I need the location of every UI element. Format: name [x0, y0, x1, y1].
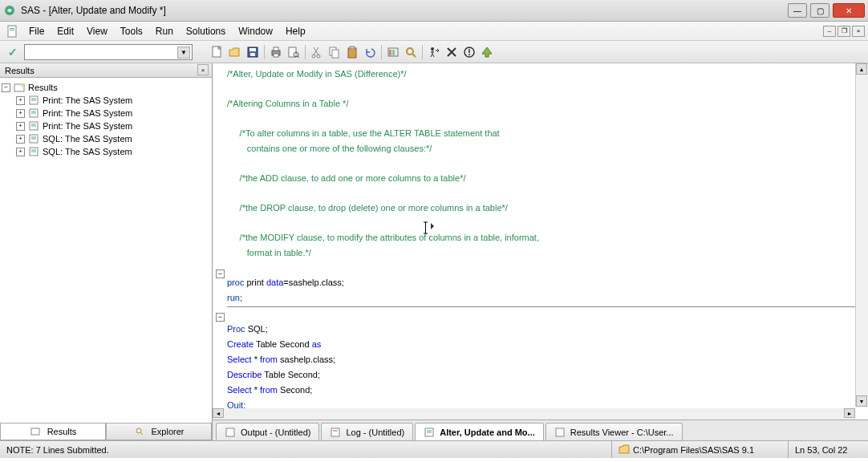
results-tab-icon — [30, 426, 41, 437]
code-text: print — [244, 278, 266, 287]
submit-icon[interactable] — [425, 43, 443, 61]
menu-solutions[interactable]: Solutions — [180, 23, 232, 39]
print-icon[interactable] — [267, 43, 285, 61]
tree-item[interactable]: +Print: The SAS System — [2, 120, 210, 132]
tree-item[interactable]: +Print: The SAS System — [2, 107, 210, 120]
copy-icon[interactable] — [326, 43, 343, 61]
menu-edit[interactable]: Edit — [51, 23, 80, 39]
scroll-up-button[interactable]: ▲ — [856, 63, 867, 75]
fold-toggle[interactable]: − — [216, 270, 225, 278]
cut-icon[interactable] — [308, 43, 326, 61]
code-text: Second; — [288, 370, 320, 379]
clear-icon[interactable] — [443, 43, 460, 61]
menu-help[interactable]: Help — [279, 23, 312, 39]
code-kw: Proc — [227, 324, 245, 334]
results-root-icon — [14, 82, 25, 93]
new-icon[interactable] — [209, 43, 226, 61]
tab-label: Explorer — [152, 427, 185, 436]
tab-results[interactable]: Results — [0, 424, 106, 440]
print-result-icon — [28, 95, 39, 106]
scroll-down-button[interactable]: ▼ — [856, 395, 867, 407]
command-combo[interactable] — [24, 44, 193, 60]
library-icon[interactable] — [384, 43, 402, 61]
horizontal-scrollbar[interactable]: ◄ ► — [213, 408, 855, 419]
expand-icon[interactable]: + — [16, 122, 25, 131]
status-position: Ln 53, Col 22 — [788, 441, 868, 458]
undo-icon[interactable] — [361, 43, 379, 61]
window-titlebar: SAS - [Alter, Update and Modify *] — ▢ ✕ — [0, 0, 868, 22]
code-kw: Select — [227, 355, 252, 364]
code-line: /*the ADD clause, to add one or more col… — [240, 173, 466, 183]
svg-rect-3 — [10, 30, 14, 30]
scroll-right-button[interactable]: ► — [844, 408, 855, 418]
tree-root-label: Results — [28, 83, 58, 92]
svg-rect-9 — [274, 47, 278, 51]
tab-output[interactable]: Output - (Untitled) — [216, 423, 319, 440]
help-icon[interactable] — [478, 43, 496, 61]
mdi-minimize-button[interactable]: – — [823, 26, 836, 37]
tree-item-label: Print: The SAS System — [43, 95, 132, 105]
open-icon[interactable] — [226, 43, 244, 61]
code-content[interactable]: /*Alter, Update or Modify in SAS (Differ… — [213, 63, 868, 416]
save-icon[interactable] — [244, 43, 262, 61]
code-text: sashelp.class; — [278, 355, 335, 364]
menu-view[interactable]: View — [80, 23, 114, 39]
menu-tools[interactable]: Tools — [114, 23, 149, 39]
code-kw: from — [260, 385, 278, 395]
code-area[interactable]: /*Alter, Update or Modify in SAS (Differ… — [213, 63, 868, 419]
fold-toggle[interactable]: − — [216, 313, 225, 322]
tab-label: Results Viewer - C:\User... — [570, 428, 674, 437]
scroll-left-button[interactable]: ◄ — [213, 408, 224, 418]
tree-item[interactable]: +Print: The SAS System — [2, 94, 210, 107]
menu-window[interactable]: Window — [232, 23, 279, 39]
panel-close-button[interactable]: × — [197, 64, 209, 75]
maximize-button[interactable]: ▢ — [810, 3, 829, 18]
tree-item[interactable]: +SQL: The SAS System — [2, 145, 210, 158]
doc-icon — [6, 25, 19, 38]
code-line: /*To alter columns in a table, use the A… — [240, 128, 500, 138]
tab-log[interactable]: Log - (Untitled) — [321, 423, 413, 440]
expand-icon[interactable]: + — [16, 96, 25, 105]
tab-label: Log - (Untitled) — [346, 428, 404, 437]
svg-rect-10 — [274, 54, 278, 57]
menu-file[interactable]: File — [22, 23, 51, 39]
svg-rect-6 — [249, 48, 256, 51]
tree-item[interactable]: +SQL: The SAS System — [2, 132, 210, 145]
code-kw: data — [266, 278, 283, 287]
expand-icon[interactable]: + — [16, 148, 25, 156]
expand-icon[interactable]: + — [16, 135, 25, 144]
minimize-button[interactable]: — — [788, 3, 807, 18]
svg-point-28 — [468, 54, 470, 55]
print-preview-icon[interactable] — [285, 43, 302, 61]
svg-rect-17 — [332, 50, 339, 58]
code-kw: run; — [227, 293, 242, 302]
mdi-close-button[interactable]: × — [852, 26, 865, 37]
break-icon[interactable] — [460, 43, 478, 61]
svg-line-13 — [298, 56, 299, 58]
tree-root-results[interactable]: − Results — [2, 81, 210, 94]
tab-explorer[interactable]: Explorer — [106, 424, 212, 440]
svg-rect-55 — [556, 428, 564, 436]
submit-check-icon[interactable]: ✓ — [3, 44, 22, 60]
vertical-scrollbar[interactable]: ▲ ▼ — [855, 63, 868, 407]
sql-result-icon — [28, 133, 39, 144]
close-button[interactable]: ✕ — [833, 3, 865, 18]
expand-icon[interactable]: + — [16, 109, 25, 118]
tree-item-label: Print: The SAS System — [43, 108, 132, 118]
explorer-tab-icon — [134, 426, 145, 437]
svg-rect-46 — [31, 428, 39, 435]
results-viewer-icon — [554, 427, 566, 438]
results-tree[interactable]: − Results +Print: The SAS System +Print:… — [0, 78, 212, 423]
code-kw: proc — [227, 278, 244, 287]
tab-editor-active[interactable]: Alter, Update and Mo... — [415, 423, 544, 440]
code-line: /*Altering Columns in a Table */ — [227, 99, 348, 108]
mdi-restore-button[interactable]: ❐ — [838, 26, 850, 37]
paste-icon[interactable] — [343, 43, 361, 61]
results-panel-label: Results — [5, 66, 34, 75]
explorer-icon[interactable] — [402, 43, 420, 61]
menu-run[interactable]: Run — [149, 23, 180, 39]
svg-point-30 — [21, 83, 24, 87]
svg-line-48 — [140, 432, 143, 435]
tab-results-viewer[interactable]: Results Viewer - C:\User... — [546, 423, 683, 440]
collapse-icon[interactable]: − — [2, 83, 10, 92]
